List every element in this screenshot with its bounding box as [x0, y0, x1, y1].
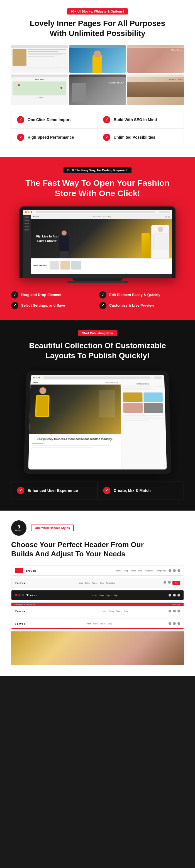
laptop-topbar — [23, 210, 172, 215]
fashion-can-label: FASHION CAN — [109, 82, 124, 84]
laptop-hero-bg: Fly, Live In And Love Forever! — [31, 219, 172, 258]
header-icon-cart — [178, 569, 180, 572]
header-icons-1 — [168, 569, 180, 572]
check-edit-4: ✓ — [99, 302, 107, 309]
edit-label-2: Edit Element Easily & Quickly — [109, 293, 160, 297]
check-icon-3: ✓ — [17, 134, 24, 141]
check-edit-3: ✓ — [11, 302, 18, 309]
tablet-content: Trevox Home Shop Pages — [28, 380, 166, 470]
nav-item-blog: Blog — [138, 570, 142, 572]
nav2-shop: Shop — [85, 582, 90, 584]
publish-section: Start Publishing Now Beautiful Collectio… — [0, 320, 195, 510]
nav4-home: Home — [102, 610, 107, 612]
header-styles-badge: Unlimited Header Styles — [31, 525, 74, 531]
tablet-hero-img — [29, 384, 121, 434]
edit-feature-4: ✓ Customize & Live Preview — [99, 302, 184, 309]
laptop-hero-text: Fly, Live In And Love Forever! — [36, 235, 58, 243]
sidebar-icon-3 — [25, 223, 29, 224]
screenshot-thumb-5: FASHION CAN — [69, 74, 126, 105]
nav5-shop: Shop — [93, 623, 98, 625]
nav-item-home: Home — [116, 570, 122, 572]
tab-dot-red — [33, 377, 35, 378]
edit-features-grid: ✓ Drag and Drop Element ✓ Edit Element E… — [11, 291, 184, 309]
header-row-2: Trevox Home Shop Pages Blog Templates Sa… — [11, 578, 184, 588]
feature-item-4: ✓ Unlimited Possibilities — [98, 129, 184, 146]
within-europe-label: Within Europe — [129, 49, 183, 51]
feature-label-2: Build With SEO In Mind — [114, 118, 157, 122]
header-logo-1: Trevox — [25, 569, 36, 572]
nav4-shop: Shop — [109, 610, 114, 612]
screenshot-thumb-6: Covid-19 Update — [127, 74, 184, 105]
sidebar-section-title: Categories — [123, 383, 162, 385]
sidebar-thumb-2 — [144, 392, 163, 402]
enhanced-item-1: ✓ Enhanced User Experience — [11, 482, 98, 499]
h4-icon-3 — [178, 610, 180, 613]
nav3-shop: Shop — [99, 594, 104, 596]
edit-label-1: Drag and Drop Element — [21, 293, 61, 297]
inner-pages-title: Lovely Inner Pages For All PurposesWith … — [11, 19, 184, 39]
nav2-home: Home — [78, 582, 83, 584]
fast-way-title: The Fast Way To Open Your FashionStore W… — [11, 178, 184, 199]
laptop-sidebar — [23, 215, 31, 274]
laptop-screen: Trevox Home Shop Pages Blog — [23, 210, 172, 274]
h4-icon-1 — [168, 610, 171, 613]
nav5-pages: Pages — [100, 623, 106, 625]
check-enhanced-2: ✓ — [103, 487, 110, 494]
tablet-mockup: Trevox Home Shop Pages — [25, 369, 170, 473]
laptop-mockup: Trevox Home Shop Pages Blog — [20, 207, 176, 283]
sidebar-thumb-1 — [123, 392, 142, 402]
h2-icon-2 — [168, 581, 171, 584]
tablet-sidebar-right: Categories — [121, 380, 167, 470]
header-nav-1: Home Shop Pages Blog Templates Typograph… — [116, 570, 166, 572]
headers-top: 9 headers Unlimited Header Styles — [11, 520, 184, 536]
sidebar-icon-1 — [25, 217, 29, 218]
header-row-5: Trevox Home Shop Pages Blog — [11, 619, 184, 629]
edit-label-4: Customize & Live Preview — [109, 303, 154, 307]
bottom-img-bg — [11, 631, 184, 665]
sidebar-icon-5 — [25, 229, 29, 230]
edit-feature-1: ✓ Drag and Drop Element — [11, 291, 96, 299]
bottom-image — [11, 631, 184, 665]
dot-red — [25, 211, 27, 213]
header-row-5-wrapper: Trevox Home Shop Pages Blog — [11, 619, 184, 629]
sidebar-thumb-4 — [144, 403, 163, 413]
h3-icon-2 — [173, 594, 176, 596]
check-edit-2: ✓ — [99, 291, 107, 299]
edit-feature-2: ✓ Edit Element Easily & Quickly — [99, 291, 184, 299]
tablet-body: Trevox Home Shop Pages — [24, 371, 171, 474]
check-icon-1: ✓ — [17, 116, 24, 123]
enhanced-label-1: Enhanced User Experience — [28, 488, 78, 493]
feature-item-2: ✓ Build With SEO In Mind — [98, 111, 184, 129]
nav4-pages: Pages — [116, 610, 121, 612]
top-bar-item-2: USD ▾ EN ▾ — [172, 603, 180, 605]
tab-dot-green — [38, 377, 40, 378]
feature-label-3: High Speed Performance — [28, 135, 74, 140]
screenshots-row-2: New York US Store FASHION CAN — [11, 74, 184, 105]
laptop-main-content: Trevox Home Shop Pages Blog — [31, 215, 172, 274]
edit-features: ✓ Drag and Drop Element ✓ Edit Element E… — [11, 291, 184, 309]
nav-item-shop: Shop — [124, 570, 128, 572]
nav2-templates: Templates — [106, 582, 115, 584]
ui-blocks-badge: 90+ UI Blocks, Widgets & Options! — [67, 8, 128, 14]
check-icon-4: ✓ — [103, 134, 110, 141]
nav2-pages: Pages — [92, 582, 98, 584]
h5-icon-2 — [173, 622, 176, 625]
header-row-3: Trevox Home Shop Pages Blog — [11, 590, 184, 600]
h3-icon-3 — [178, 594, 180, 596]
header-icons-3 — [168, 594, 180, 596]
laptop-base — [23, 274, 172, 278]
tablet-caption: Our journey towards a more conscious fas… — [29, 434, 121, 451]
header-nav-4: Home Shop Pages Blog — [102, 610, 127, 612]
h4-icon-2 — [173, 610, 176, 613]
tablet-topbar — [31, 375, 164, 380]
header-row-1: Trevox Home Shop Pages Blog Templates Ty… — [11, 565, 184, 576]
inner-pages-section: 90+ UI Blocks, Widgets & Options! Lovely… — [0, 0, 195, 157]
feature-label-1: One Click Demo Import — [28, 118, 71, 122]
dot-green — [31, 211, 32, 213]
nav-item-typography: Typography — [155, 570, 166, 572]
covid-label: Covid-19 Update — [129, 79, 183, 80]
no-coding-badge: Do It The Easy Way, No Coding Required! — [64, 167, 131, 173]
enhanced-item-2: ✓ Create, Mix & Match — [98, 482, 184, 499]
h5-icon-3 — [178, 622, 180, 625]
sidebar-thumb-3 — [123, 403, 143, 413]
